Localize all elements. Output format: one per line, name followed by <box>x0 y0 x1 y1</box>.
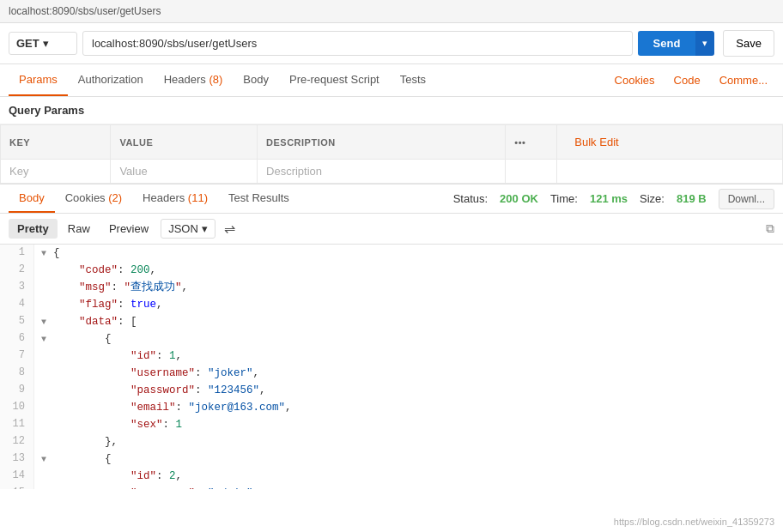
line-number: 7 <box>0 348 34 365</box>
col-actions: ••• <box>506 125 557 160</box>
line-content: "msg": "查找成功", <box>34 279 188 296</box>
line-content: "password": "123456", <box>34 382 266 399</box>
line-number: 14 <box>0 468 34 485</box>
send-btn-group: Send ▾ <box>638 31 715 56</box>
json-line: 5▼ "data": [ <box>0 313 783 330</box>
watermark: https://blog.csdn.net/weixin_41359273 <box>614 517 774 527</box>
json-line: 13▼ { <box>0 450 783 468</box>
line-content: ▼{ <box>34 245 60 262</box>
response-header: Body Cookies (2) Headers (11) Test Resul… <box>0 184 783 214</box>
json-line: 4 "flag": true, <box>0 296 783 313</box>
json-line: 10 "email": "joker@163.com", <box>0 399 783 416</box>
line-content: "username": "admin", <box>34 485 259 489</box>
resp-toolbar: Pretty Raw Preview JSON ▾ ⇌ ⧉ <box>0 214 783 245</box>
line-number: 15 <box>0 485 34 489</box>
desc-placeholder: Description <box>266 165 322 178</box>
download-button[interactable]: Downl... <box>719 189 774 209</box>
save-button[interactable]: Save <box>723 30 774 57</box>
tab-authorization[interactable]: Authorization <box>68 64 154 96</box>
more-icon: ••• <box>514 137 525 148</box>
method-dropdown-icon: ▾ <box>43 37 49 50</box>
line-content: "code": 200, <box>34 262 156 279</box>
resp-tab-testresults[interactable]: Test Results <box>218 184 300 213</box>
col-bulk: Bulk Edit <box>557 125 783 160</box>
col-description: DESCRIPTION <box>258 125 506 160</box>
json-area[interactable]: 1▼{2 "code": 200,3 "msg": "查找成功",4 "flag… <box>0 245 783 489</box>
line-content: "id": 2, <box>34 468 182 485</box>
json-line: 14 "id": 2, <box>0 468 783 485</box>
send-button[interactable]: Send <box>638 31 696 56</box>
bulk-edit-button[interactable]: Bulk Edit <box>566 130 627 154</box>
url-bar: GET ▾ Send ▾ Save <box>0 23 783 64</box>
line-content: "id": 1, <box>34 348 182 365</box>
params-row: Key Value Description <box>1 160 783 184</box>
language-select[interactable]: JSON ▾ <box>161 219 215 239</box>
line-number: 5 <box>0 313 34 330</box>
time-value: 121 ms <box>590 192 628 205</box>
line-toggle[interactable]: ▼ <box>41 333 53 347</box>
tab-headers[interactable]: Headers (8) <box>154 64 234 96</box>
line-content: "flag": true, <box>34 296 163 313</box>
line-content: ▼ { <box>34 450 112 468</box>
line-number: 4 <box>0 296 34 313</box>
req-tabs-right: Cookies Code Comme... <box>608 65 774 95</box>
wrap-icon[interactable]: ⇌ <box>224 221 235 237</box>
resp-status-info: Status: 200 OK Time: 121 ms Size: 819 B … <box>453 189 774 209</box>
resp-tab-headers[interactable]: Headers (11) <box>132 184 218 213</box>
key-cell: Key <box>1 160 111 184</box>
line-number: 1 <box>0 245 34 262</box>
url-input[interactable] <box>82 31 633 56</box>
resp-tab-body[interactable]: Body <box>9 184 55 213</box>
line-number: 3 <box>0 279 34 296</box>
line-number: 2 <box>0 262 34 279</box>
resp-tab-cookies[interactable]: Cookies (2) <box>55 184 132 213</box>
language-label: JSON <box>168 222 198 235</box>
line-toggle[interactable]: ▼ <box>41 453 53 467</box>
col-value: VALUE <box>111 125 258 160</box>
copy-icon[interactable]: ⧉ <box>766 221 774 236</box>
json-line: 3 "msg": "查找成功", <box>0 279 783 296</box>
tab-params[interactable]: Params <box>9 64 68 96</box>
json-line: 2 "code": 200, <box>0 262 783 279</box>
tab-prerequest[interactable]: Pre-request Script <box>279 64 390 96</box>
line-number: 13 <box>0 450 34 468</box>
method-select[interactable]: GET ▾ <box>9 32 77 55</box>
comments-link[interactable]: Comme... <box>713 65 774 95</box>
json-line: 15 "username": "admin", <box>0 485 783 489</box>
cookies-link[interactable]: Cookies <box>608 65 662 95</box>
line-number: 10 <box>0 399 34 416</box>
actions-cell <box>506 160 557 184</box>
status-label: Status: <box>453 192 488 205</box>
line-content: ▼ "data": [ <box>34 313 137 330</box>
line-number: 8 <box>0 365 34 382</box>
json-line: 7 "id": 1, <box>0 348 783 365</box>
line-content: ▼ { <box>34 330 112 348</box>
tab-tests[interactable]: Tests <box>390 64 436 96</box>
extra-cell <box>557 160 783 184</box>
line-number: 11 <box>0 416 34 433</box>
size-value: 819 B <box>677 192 707 205</box>
send-dropdown-button[interactable]: ▾ <box>695 31 714 56</box>
req-tabs: Params Authorization Headers (8) Body Pr… <box>0 64 783 97</box>
time-label: Time: <box>550 192 578 205</box>
code-link[interactable]: Code <box>667 65 707 95</box>
line-content: }, <box>34 433 118 450</box>
title-bar: localhost:8090/sbs/user/getUsers <box>0 0 783 23</box>
line-number: 6 <box>0 330 34 348</box>
size-label: Size: <box>640 192 665 205</box>
format-preview-button[interactable]: Preview <box>100 219 157 239</box>
json-line: 1▼{ <box>0 245 783 262</box>
language-dropdown-icon: ▾ <box>202 222 208 235</box>
format-pretty-button[interactable]: Pretty <box>9 219 58 239</box>
method-label: GET <box>16 37 39 50</box>
json-line: 11 "sex": 1 <box>0 416 783 433</box>
tab-body[interactable]: Body <box>233 64 279 96</box>
desc-cell: Description <box>258 160 506 184</box>
value-placeholder: Value <box>119 165 147 178</box>
line-toggle[interactable]: ▼ <box>41 316 53 329</box>
query-params-label: Query Params <box>0 97 783 124</box>
format-raw-button[interactable]: Raw <box>59 219 99 239</box>
json-line: 8 "username": "joker", <box>0 365 783 382</box>
line-content: "sex": 1 <box>34 416 182 433</box>
line-toggle[interactable]: ▼ <box>41 247 53 261</box>
